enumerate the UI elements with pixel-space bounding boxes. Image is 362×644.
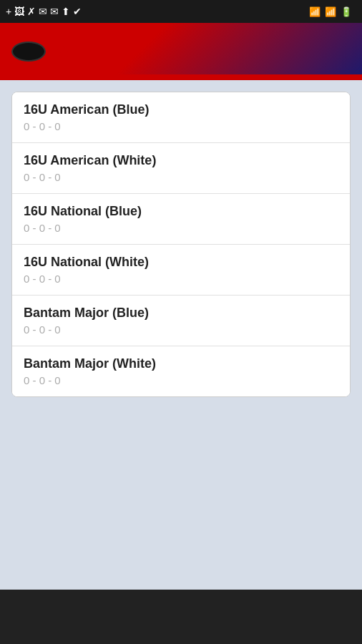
team-name: 16U American (Blue) xyxy=(24,102,338,117)
mail2-icon: ✉ xyxy=(50,6,59,17)
team-record: 0 - 0 - 0 xyxy=(24,374,338,386)
image-icon: 🖼 xyxy=(14,6,24,17)
team-record: 0 - 0 - 0 xyxy=(24,273,338,285)
status-right: 📶 📶 🔋 xyxy=(309,6,356,17)
teams-list: 16U American (Blue) 0 - 0 - 0 16U Americ… xyxy=(11,92,351,397)
team-record: 0 - 0 - 0 xyxy=(24,120,338,132)
mail-icon: ✉ xyxy=(39,6,47,17)
header-logo: ★ xyxy=(11,42,74,62)
team-name: 16U American (White) xyxy=(24,153,338,168)
status-bar: + 🖼 ✗ ✉ ✉ ⬆ ✔ 📶 📶 🔋 xyxy=(0,0,362,23)
x-icon: ✗ xyxy=(27,6,36,17)
team-name: 16U National (White) xyxy=(24,255,338,270)
team-item[interactable]: Bantam Major (Blue) 0 - 0 - 0 xyxy=(12,296,350,346)
team-item[interactable]: 16U National (White) 0 - 0 - 0 xyxy=(12,245,350,296)
team-record: 0 - 0 - 0 xyxy=(24,323,338,336)
team-item[interactable]: 16U National (Blue) 0 - 0 - 0 xyxy=(12,194,350,245)
team-item[interactable]: 16U American (Blue) 0 - 0 - 0 xyxy=(12,92,350,143)
puck-logo xyxy=(11,42,46,62)
star-icon: ★ xyxy=(56,42,72,62)
wifi-icon: 📶 xyxy=(309,6,321,17)
team-record: 0 - 0 - 0 xyxy=(24,222,338,234)
header: ★ xyxy=(0,23,362,80)
bottom-nav xyxy=(0,590,362,644)
battery-icon: 🔋 xyxy=(341,6,352,17)
team-name: Bantam Major (Blue) xyxy=(24,306,338,321)
signal-icon: 📶 xyxy=(325,6,336,17)
team-record: 0 - 0 - 0 xyxy=(24,171,338,183)
team-item[interactable]: Bantam Major (White) 0 - 0 - 0 xyxy=(12,346,350,396)
add-icon: + xyxy=(6,6,11,17)
team-name: Bantam Major (White) xyxy=(24,356,338,371)
check-icon: ✔ xyxy=(73,6,82,17)
upload-icon: ⬆ xyxy=(62,6,70,17)
team-item[interactable]: 16U American (White) 0 - 0 - 0 xyxy=(12,143,350,194)
header-text: ★ xyxy=(53,42,74,62)
team-name: 16U National (Blue) xyxy=(24,204,338,219)
header-allstar-row: ★ xyxy=(53,42,74,62)
content-area: 16U American (Blue) 0 - 0 - 0 16U Americ… xyxy=(0,80,362,590)
status-icons-left: + 🖼 ✗ ✉ ✉ ⬆ ✔ xyxy=(6,6,82,17)
